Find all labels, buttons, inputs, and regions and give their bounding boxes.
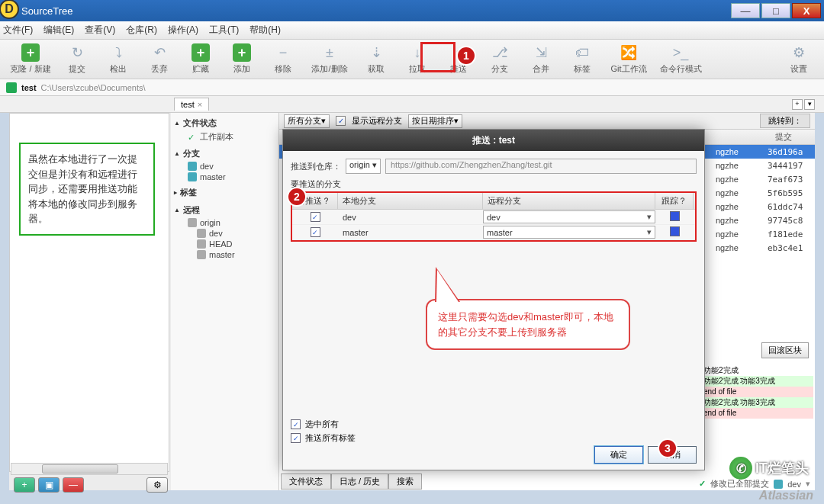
toolbar: +克隆 / 新建↻提交⤵检出↶丢弃+贮藏+添加−移除±添加/删除⇣获取↓拉取↑推… [0,40,824,79]
close-icon[interactable]: × [198,100,202,109]
toolbar-4[interactable]: +贮藏 [182,43,220,75]
push-checkbox[interactable]: ✓ [311,227,320,237]
repo-tab[interactable]: test × [174,98,209,111]
new-tab-button[interactable]: + [792,99,803,110]
toolbar-icon: − [274,43,292,62]
remote-url: https://github.com/ZhengzhenZhang/test.g… [385,159,697,174]
diff-preview: 功能2完成功能2完成 功能3完成end of file功能2完成 功能3完成en… [703,365,813,419]
sidebar-branch-dev[interactable]: dev [174,161,275,172]
toolbar-icon: >_ [671,43,690,62]
toolbar-14[interactable]: 🔀Git工作流 [604,43,653,75]
remote-select[interactable]: origin ▾ [346,159,381,174]
branch-table: 否推送？ 本地分支 远程分支 跟踪？ ✓devdev✓mastermaster [291,191,697,242]
menu-item[interactable]: 编辑(E) [43,24,74,37]
toolbar-icon: ⇲ [532,43,550,62]
toolbar-icon: ± [320,43,339,62]
sidebar-remote-master[interactable]: master [174,249,275,260]
sidebar: 文件状态 ✓工作副本 分支 dev master 标签 远程 origin de… [171,113,279,490]
sidebar-working-copy[interactable]: ✓工作副本 [174,130,275,143]
menu-item[interactable]: 帮助(H) [249,24,281,37]
toolbar-icon: 🔀 [620,43,638,62]
bottom-tabs: 文件状态日志 / 历史搜索 [281,474,422,490]
atlassian-brand: Atlassian [759,489,813,502]
toolbar-8[interactable]: ⇣获取 [357,43,395,75]
bottom-tab[interactable]: 搜索 [388,474,422,490]
sidebar-remote-origin[interactable]: origin [174,217,275,228]
remote-branch-select[interactable]: master [483,226,655,239]
branch-row: ✓devdev [292,210,695,225]
branch-filter[interactable]: 所有分支 ▾ [284,114,330,128]
filter-row: 所有分支 ▾ ✓ 显示远程分支 按日期排序 ▾ 跳转到： [279,113,815,130]
bookmark-pane: 虽然在本地进行了一次提交但是并没有和远程进行同步，还需要用推送功能将本地的修改同… [9,113,169,472]
toolbar-icon: ⤵ [109,43,127,62]
menu-item[interactable]: 文件(F) [3,24,33,37]
rollback-button[interactable]: 回滚区块 [761,342,809,358]
menu-item[interactable]: 查看(V) [85,24,115,37]
repo-path: C:\Users\zcube\Documents\ [41,83,146,92]
ok-button[interactable]: 确定 [594,446,643,464]
menu-item[interactable]: 仓库(R) [126,24,157,37]
remove-button[interactable]: — [63,477,84,493]
toolbar-12[interactable]: ⇲合并 [522,43,560,75]
tab-menu-button[interactable]: ▾ [804,99,815,110]
add-repo-button[interactable]: + [14,477,35,493]
wechat-icon: ✆ [729,457,752,480]
sidebar-file-status-header[interactable]: 文件状态 [174,116,275,130]
gear-icon: ⚙ [790,43,808,62]
jump-to[interactable]: 跳转到： [760,114,810,128]
toolbar-icon: ⎇ [491,43,509,62]
toolbar-2[interactable]: ⤵检出 [99,43,137,75]
annotation-step-2: 2 [287,187,307,207]
select-all-checkbox[interactable]: ✓ [291,419,301,429]
toolbar-11[interactable]: ⎇分支 [481,43,519,75]
annotation-step-1: 1 [456,46,476,66]
tabs-right-buttons: + ▾ [792,99,824,110]
branch-row: ✓mastermaster [292,225,695,240]
toolbar-6[interactable]: −移除 [264,43,302,75]
bottom-tab[interactable]: 日志 / 历史 [331,474,388,490]
sidebar-branches-header[interactable]: 分支 [174,146,275,161]
toolbar-3[interactable]: ↶丢弃 [140,43,179,75]
toolbar-icon: ↶ [150,43,169,62]
bookmark-bottom-toolbar: + ▣ — ⚙ [11,476,171,494]
toolbar-1[interactable]: ↻提交 [58,43,96,75]
sidebar-tags-header[interactable]: 标签 [174,185,275,200]
bottom-tab[interactable]: 文件状态 [281,474,331,490]
toolbar-13[interactable]: 🏷标签 [563,43,601,75]
repo-name: test [21,83,37,92]
track-checkbox[interactable] [670,226,680,236]
annotation-callout-left: 虽然在本地进行了一次提交但是并没有和远程进行同步，还需要用推送功能将本地的修改同… [19,143,155,236]
menu-item[interactable]: 工具(T) [209,24,239,37]
toolbar-5[interactable]: +添加 [223,43,261,75]
annotation-step-3: 3 [658,438,678,458]
window-maximize[interactable]: □ [761,3,790,18]
window-minimize[interactable]: — [731,3,760,18]
bookmark-scrollbar[interactable] [11,463,168,475]
repo-path-row: test C:\Users\zcube\Documents\ [0,79,824,96]
show-remote-checkbox[interactable]: ✓ [336,116,346,126]
blog-logo: ✆ IT烂笔头 [729,457,809,480]
toolbar-7[interactable]: ±添加/删除 [305,43,354,75]
push-checkbox[interactable]: ✓ [311,212,320,222]
toolbar-settings[interactable]: ⚙设置 [780,43,818,75]
toolbar-0[interactable]: +克隆 / 新建 [6,43,55,75]
sort-filter[interactable]: 按日期排序 ▾ [408,114,462,128]
scrollbar-thumb[interactable] [42,464,118,474]
toolbar-15[interactable]: >_命令行模式 [656,43,705,75]
settings-small-button[interactable]: ⚙ [146,477,168,493]
sidebar-remote-dev[interactable]: dev [174,228,275,239]
toolbar-icon: 🏷 [573,43,591,62]
sidebar-remote-head[interactable]: HEAD [174,239,275,249]
sidebar-remotes-header[interactable]: 远程 [174,203,275,217]
col-local: 本地分支 [338,193,483,209]
toolbar-icon: + [192,43,210,62]
push-tags-checkbox[interactable]: ✓ [291,433,301,443]
sidebar-branch-master[interactable]: master [174,172,275,182]
titlebar: SourceTree — □ X [0,0,824,21]
track-checkbox[interactable] [670,211,680,221]
menu-item[interactable]: 操作(A) [168,24,198,37]
remote-branch-select[interactable]: dev [483,210,655,223]
window-close[interactable]: X [792,3,821,18]
folder-button[interactable]: ▣ [38,477,60,493]
push-to-label: 推送到仓库： [291,161,341,172]
